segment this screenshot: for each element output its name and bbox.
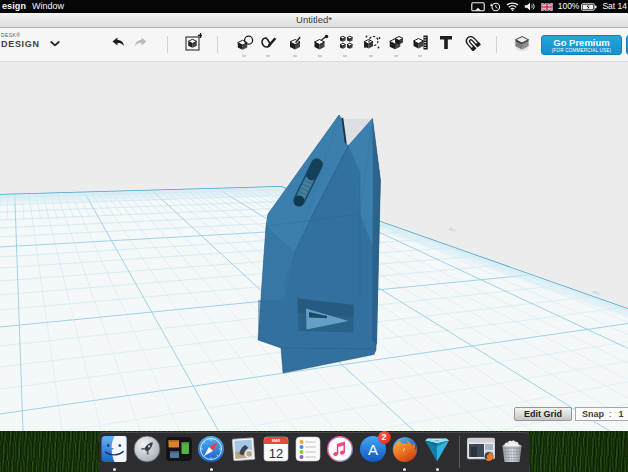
toolbar: DESK® DESIGN Go Premium (FOR COMMERCIAL …	[0, 28, 628, 62]
toolbar-separator	[167, 36, 168, 53]
dock-icon-calendar[interactable]: MAR12	[262, 435, 290, 463]
dock-icon-preview[interactable]	[230, 435, 258, 463]
time-machine-icon[interactable]	[490, 2, 501, 12]
volume-icon[interactable]	[524, 2, 536, 11]
dock-running-indicator	[113, 468, 116, 471]
toolbar-separator	[496, 36, 497, 53]
dock-icon-safari[interactable]	[197, 435, 225, 463]
snap-value[interactable]: 1	[619, 408, 624, 420]
undo-arrow-icon[interactable]	[109, 36, 125, 49]
svg-text:A: A	[367, 441, 377, 458]
snap-label: Snap	[582, 408, 604, 420]
dock-icon-finder[interactable]	[100, 435, 128, 463]
text-tool-icon[interactable]	[439, 35, 453, 50]
tool-dropdown-mark	[318, 55, 322, 57]
menu-app-name[interactable]: esign	[2, 0, 26, 13]
dock-icon-firefox[interactable]	[391, 435, 419, 463]
dock-icon-itunes[interactable]	[326, 435, 354, 463]
screen: esign Window 100% Sat 14 Untitled* DESK®…	[0, 0, 628, 472]
tool-dropdown-mark	[343, 55, 347, 57]
scene-svg: 400400	[0, 62, 628, 431]
menu-window[interactable]: Window	[32, 0, 64, 13]
viewport-3d[interactable]: 400400 Edit Grid Snap : 1	[0, 62, 628, 431]
title-bar[interactable]: Untitled*	[0, 13, 628, 28]
redo-arrow-icon	[134, 36, 150, 49]
construct-cube-icon[interactable]	[287, 34, 303, 51]
tool-dropdown-mark	[293, 55, 297, 57]
group-cube-icon[interactable]	[362, 34, 381, 51]
keyboard-flag-icon[interactable]	[541, 3, 553, 11]
svg-text:12: 12	[269, 446, 283, 461]
tool-dropdown-mark	[394, 55, 398, 57]
dock-icon-launchpad[interactable]	[133, 435, 161, 463]
go-premium-button[interactable]: Go Premium (FOR COMMERCIAL USE)	[541, 35, 622, 55]
airplay-display-icon[interactable]	[471, 2, 485, 12]
dock-icon-trash[interactable]	[498, 435, 526, 463]
dock-icon-mission-control[interactable]	[165, 435, 193, 463]
dock-running-indicator	[403, 468, 406, 471]
snap-magnet-icon[interactable]	[464, 35, 481, 51]
import-cube-icon[interactable]	[185, 33, 202, 53]
logo-chevron-down-icon[interactable]	[50, 41, 60, 47]
tool-dropdown-mark	[369, 55, 373, 57]
dock-icon-app-store[interactable]: A2	[359, 435, 387, 463]
tool-dropdown-mark	[266, 55, 270, 57]
edit-grid-button[interactable]: Edit Grid	[514, 407, 572, 421]
wifi-icon[interactable]	[506, 2, 519, 11]
menu-bar: esign Window 100% Sat 14	[0, 0, 628, 13]
logo-line-2: DESIGN	[1, 40, 40, 49]
snap-control[interactable]: Snap : 1	[575, 407, 628, 421]
snap-separator: :	[609, 408, 612, 420]
svg-text:400: 400	[448, 226, 457, 233]
dock-icon-minimized-window[interactable]	[467, 435, 495, 463]
tool-dropdown-mark	[242, 55, 246, 57]
measure-cube-icon[interactable]	[412, 34, 429, 51]
menu-status-area: 100% Sat 14	[471, 0, 628, 13]
combine-cubes-icon[interactable]	[388, 34, 405, 51]
dock-icon-reminders[interactable]	[294, 435, 322, 463]
app-logo[interactable]: DESK® DESIGN	[1, 33, 40, 49]
tool-dropdown-mark	[418, 55, 422, 57]
battery-icon[interactable]	[581, 3, 597, 11]
svg-text:MAR: MAR	[272, 439, 281, 443]
logo-line-1: DESK®	[1, 33, 40, 38]
dock-running-indicator	[210, 468, 213, 471]
dock-separator	[459, 436, 460, 468]
dock-icon-123d-design[interactable]	[423, 435, 451, 463]
sketch-pencil-icon[interactable]	[260, 35, 278, 51]
app-store-badge: 2	[378, 431, 391, 444]
premium-label: Go Premium	[542, 37, 621, 48]
menu-clock[interactable]: Sat 14	[602, 0, 628, 13]
material-cube-icon[interactable]	[513, 34, 531, 51]
svg-text:400: 400	[592, 289, 601, 296]
window-title: Untitled*	[0, 13, 628, 27]
modify-cube-icon[interactable]	[312, 34, 329, 51]
dock: MAR12A2	[99, 432, 529, 472]
pattern-cubes-icon[interactable]	[339, 35, 353, 50]
premium-sublabel: (FOR COMMERCIAL USE)	[542, 48, 621, 53]
toolbar-separator	[217, 36, 218, 53]
dock-running-indicator	[436, 468, 439, 471]
battery-percent: 100%	[558, 0, 580, 13]
desktop-wallpaper: MAR12A2	[0, 431, 628, 472]
transform-cube-icon[interactable]	[236, 35, 254, 51]
